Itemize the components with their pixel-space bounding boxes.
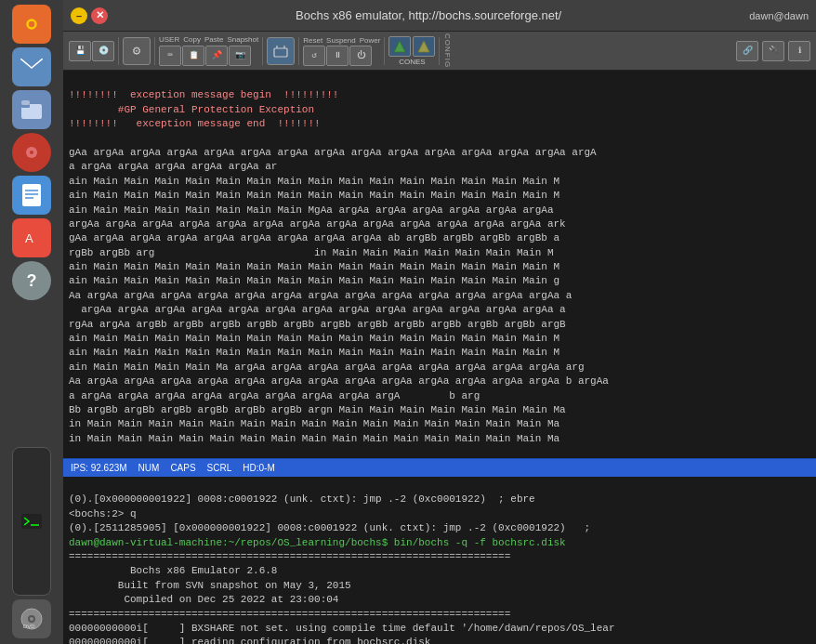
sidebar-icon-music[interactable] xyxy=(12,133,51,172)
toolbar-copy-icon[interactable]: 📋 xyxy=(182,46,204,66)
toolbar-paste-icon[interactable]: 📌 xyxy=(205,46,228,66)
toolbar-disk-group: 💾 💿 xyxy=(69,41,114,61)
toolbar-labels: USER Copy Paste Snapshot ⌨ 📋 📌 📷 xyxy=(159,36,258,66)
toolbar-cones-icons xyxy=(388,36,435,57)
user-toolbar-label: USER xyxy=(159,36,179,44)
toolbar: 💾 💿 ⚙ USER Copy Paste Snapshot ⌨ 📋 📌 📷 xyxy=(63,32,816,71)
suspend-label: Suspend xyxy=(326,36,356,45)
ips-status: IPS: 92.623M xyxy=(71,463,127,473)
toolbar-disk-icons: 💾 💿 xyxy=(69,41,114,61)
sidebar-icon-store[interactable]: A xyxy=(12,218,51,257)
statusbar: IPS: 92.623M NUM CAPS SCRL HD:0-M xyxy=(63,458,816,477)
toolbar-control-labels: Reset Suspend Power xyxy=(303,36,380,45)
toolbar-network-icon[interactable]: 🔗 xyxy=(736,41,758,61)
toolbar-sep-2 xyxy=(154,37,155,65)
toolbar-power-icon[interactable]: ⏻ xyxy=(349,46,372,66)
window-title: Bochs x86 emulator, http://bochs.sourcef… xyxy=(108,8,749,22)
toolbar-camera-icon[interactable]: 📷 xyxy=(229,46,251,66)
toolbar-suspend-icon[interactable]: ⏸ xyxy=(326,46,349,66)
sec-line-2: (0).[2511285905] [0x000000001922] 0008:c… xyxy=(69,522,590,533)
sidebar-icon-mail[interactable] xyxy=(12,47,51,86)
toolbar-sep-4 xyxy=(298,37,299,65)
user-label: dawn@dawn xyxy=(749,10,809,21)
toolbar-control-icons: ↺ ⏸ ⏻ xyxy=(303,46,380,66)
sidebar-icon-help[interactable]: ? xyxy=(12,261,51,300)
svg-rect-6 xyxy=(21,100,30,105)
toolbar-cone-icon-1[interactable] xyxy=(388,36,411,57)
svg-point-9 xyxy=(30,151,33,154)
sidebar-icon-terminal[interactable] xyxy=(12,447,51,596)
sidebar-icon-docs[interactable] xyxy=(12,176,51,215)
toolbar-usb-icon[interactable]: 🔌 xyxy=(762,41,784,61)
toolbar-cone-icon-2[interactable] xyxy=(413,36,435,57)
sidebar-icon-dvd[interactable]: DVD xyxy=(12,599,51,638)
terminal-output[interactable]: !!!!!!!! exception message begin !!!!!!!… xyxy=(63,71,816,458)
sec-sep-2: ========================================… xyxy=(69,609,510,620)
sec-line-7: 00000000000i[ ] BXSHARE not set. using c… xyxy=(69,623,615,634)
sidebar-icon-files[interactable] xyxy=(12,90,51,129)
sec-line-1: <bochs:2> q xyxy=(69,508,137,519)
toolbar-control-group: Reset Suspend Power ↺ ⏸ ⏻ xyxy=(303,36,380,66)
toolbar-sep-5 xyxy=(384,37,385,65)
svg-text:DVD: DVD xyxy=(23,624,35,629)
toolbar-info-icon[interactable]: ℹ xyxy=(788,41,810,61)
svg-marker-25 xyxy=(394,41,405,52)
toolbar-cones-group: CONES xyxy=(388,36,435,66)
num-status: NUM xyxy=(138,463,160,473)
cones-label: CONES xyxy=(399,58,425,66)
power-label: Power xyxy=(360,36,381,45)
toolbar-floppy-icon[interactable]: 💾 xyxy=(69,41,91,61)
toolbar-right: 🔗 🔌 ℹ xyxy=(736,41,810,61)
svg-rect-10 xyxy=(22,184,41,206)
sec-line-0: (0).[0x000000001922] 0008:c0001922 (unk.… xyxy=(69,493,535,505)
reset-label: Reset xyxy=(303,36,322,45)
terminal-line-0: !!!!!!!! exception message begin !!!!!!!… xyxy=(69,89,338,129)
titlebar: – ✕ Bochs x86 emulator, http://bochs.sou… xyxy=(63,0,816,32)
svg-marker-26 xyxy=(418,41,429,52)
scrl-status: SCRL xyxy=(207,463,232,473)
toolbar-kbd-icons: ⌨ 📋 📌 📷 xyxy=(159,46,251,66)
svg-point-20 xyxy=(30,617,33,621)
toolbar-keyboard-icon[interactable]: ⌨ xyxy=(159,46,181,66)
terminal-secondary[interactable]: (0).[0x000000001922] 0008:c0001922 (unk.… xyxy=(63,477,816,644)
hd-status: HD:0-M xyxy=(243,463,274,473)
config-label: CONFIG xyxy=(443,33,452,68)
sidebar-icon-firefox[interactable] xyxy=(12,5,51,44)
toolbar-reset-icon[interactable]: ↺ xyxy=(303,46,325,66)
copy-toolbar-label: Copy xyxy=(183,36,201,44)
caps-status: CAPS xyxy=(170,463,195,473)
toolbar-sep-1 xyxy=(118,37,119,65)
terminal-line-3: gAa argAa argAa argAa argAa argAa argAa … xyxy=(69,147,609,444)
toolbar-cd-icon[interactable]: 💿 xyxy=(92,41,114,61)
sidebar: A ? DVD xyxy=(0,0,63,644)
close-button[interactable]: ✕ xyxy=(91,7,108,24)
toolbar-settings-icon[interactable]: ⚙ xyxy=(123,37,151,65)
svg-rect-16 xyxy=(21,514,42,529)
toolbar-config-icon[interactable] xyxy=(267,37,295,65)
snapshot-toolbar-label: Snapshot xyxy=(227,36,258,44)
svg-point-2 xyxy=(29,21,35,28)
toolbar-sep-3 xyxy=(262,37,263,65)
sec-line-8: 00000000000i[ ] reading configuration fr… xyxy=(69,637,430,644)
sec-line-3: dawn@dawn-virtual-machine:~/repos/OS_lea… xyxy=(69,537,566,548)
minimize-button[interactable]: – xyxy=(71,7,87,24)
toolbar-sep-6 xyxy=(439,37,440,65)
paste-toolbar-label: Paste xyxy=(204,36,223,44)
titlebar-controls: – ✕ xyxy=(71,7,108,24)
main-area: – ✕ Bochs x86 emulator, http://bochs.sou… xyxy=(63,0,816,644)
svg-text:A: A xyxy=(25,231,33,245)
sec-line-6: Compiled on Dec 25 2022 at 23:00:04 xyxy=(69,594,338,605)
svg-rect-22 xyxy=(274,48,287,57)
sec-sep-1: ========================================… xyxy=(69,551,510,562)
sec-line-4: Bochs x86 Emulator 2.6.8 xyxy=(69,565,277,576)
sec-line-5: Built from SVN snapshot on May 3, 2015 xyxy=(69,580,351,591)
